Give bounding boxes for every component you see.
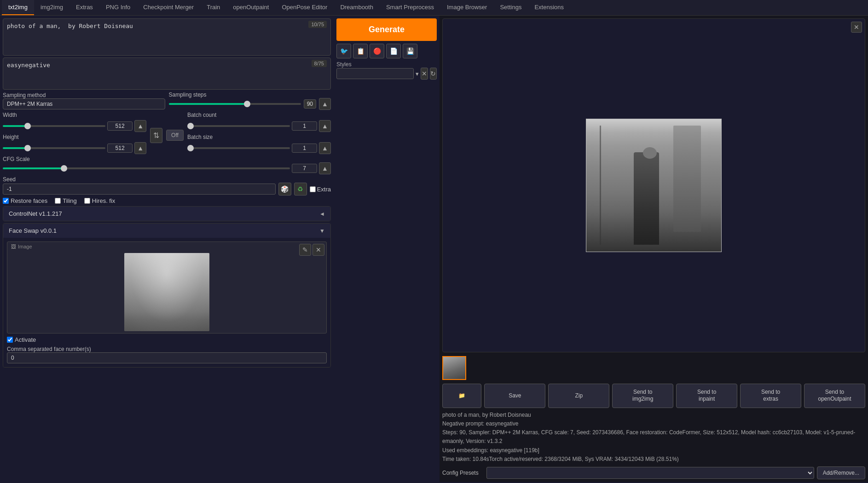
swap-wh-button[interactable]: ⇅ xyxy=(150,128,162,143)
batch-count-input[interactable]: 1 xyxy=(292,121,317,131)
config-presets-row: Config Presets Add/Remove... xyxy=(442,466,865,479)
comma-faces-section: Comma separated face number(s) 0 xyxy=(7,346,327,363)
add-remove-button[interactable]: Add/Remove... xyxy=(817,466,865,479)
activate-text: Activate xyxy=(15,336,36,343)
sampling-method-select[interactable]: DPM++ 2M Karras xyxy=(3,98,165,109)
batch-size-up[interactable]: ▲ xyxy=(319,142,331,154)
height-up[interactable]: ▲ xyxy=(134,142,146,154)
twitter-icon-btn[interactable]: 🐦 xyxy=(336,44,351,58)
send-inpaint-button[interactable]: Send toinpaint xyxy=(676,384,737,408)
styles-dropdown-icon[interactable]: ▾ xyxy=(416,70,419,77)
off-button[interactable]: Off xyxy=(166,130,184,141)
seed-recycle-button[interactable]: ♻ xyxy=(294,183,307,196)
face-swap-accordion-header[interactable]: Face Swap v0.0.1 ▼ xyxy=(3,224,330,238)
clipboard-icon-btn[interactable]: 📋 xyxy=(353,44,368,58)
seed-label: Seed xyxy=(3,176,331,183)
einstein-photo xyxy=(124,253,209,331)
cfg-scale-up[interactable]: ▲ xyxy=(319,162,331,174)
restore-faces-text: Restore faces xyxy=(11,197,47,204)
tiling-label[interactable]: Tiling xyxy=(55,197,77,204)
tab-img2img[interactable]: img2img xyxy=(34,0,69,15)
tab-png-info[interactable]: PNG Info xyxy=(99,0,137,15)
send-extras-button[interactable]: Send toextras xyxy=(740,384,801,408)
batch-size-slider[interactable] xyxy=(187,147,290,149)
comma-faces-input[interactable]: 0 xyxy=(7,352,327,363)
hires-fix-text: Hires. fix xyxy=(92,197,116,204)
tab-openpose-editor[interactable]: OpenPose Editor xyxy=(275,0,334,15)
restore-faces-checkbox[interactable] xyxy=(3,198,9,204)
comma-faces-label: Comma separated face number(s) xyxy=(7,346,327,352)
face-swap-edit-button[interactable]: ✎ xyxy=(299,244,311,256)
batch-count-up[interactable]: ▲ xyxy=(319,120,331,132)
tab-openoutpaint[interactable]: openOutpaint xyxy=(226,0,275,15)
activate-checkbox[interactable] xyxy=(7,337,13,343)
width-up[interactable]: ▲ xyxy=(134,120,146,132)
red-icon-btn[interactable]: 🔴 xyxy=(370,44,384,58)
face-swap-image-label: 🖼 Image xyxy=(7,242,326,251)
negative-prompt-area: easynegative 8/75 xyxy=(3,58,331,90)
folder-button[interactable]: 📁 xyxy=(442,384,481,408)
image-info-negative: Negative prompt: easynegative xyxy=(442,420,865,428)
activate-checkbox-label[interactable]: Activate xyxy=(7,336,327,343)
height-input[interactable]: 512 xyxy=(107,144,133,153)
sampling-steps-up[interactable]: ▲ xyxy=(319,98,331,110)
hires-fix-checkbox[interactable] xyxy=(84,198,90,204)
positive-prompt-input[interactable]: photo of a man, by Robert Doisneau xyxy=(3,19,330,54)
extra-checkbox[interactable] xyxy=(310,186,316,192)
sampling-steps-label: Sampling steps xyxy=(169,92,331,98)
tab-extensions[interactable]: Extensions xyxy=(528,0,570,15)
image-info-prompt: photo of a man, by Robert Doisneau xyxy=(442,411,865,420)
seed-row: -1 🎲 ♻ Extra xyxy=(3,183,331,196)
width-input[interactable]: 512 xyxy=(107,121,133,131)
zip-button[interactable]: Zip xyxy=(548,384,609,408)
controlnet-accordion: ControlNet v1.1.217 ◄ xyxy=(3,206,331,221)
thumbnail-0[interactable] xyxy=(442,356,466,380)
styles-refresh-btn[interactable]: ↻ xyxy=(430,68,437,80)
image-info-section: photo of a man, by Robert Doisneau Negat… xyxy=(442,411,865,464)
height-slider[interactable] xyxy=(3,147,105,149)
cfg-scale-label: CFG Scale xyxy=(3,156,331,162)
thumbnail-strip xyxy=(442,355,865,381)
cfg-scale-slider[interactable] xyxy=(3,167,290,169)
extra-checkbox-label[interactable]: Extra xyxy=(310,186,331,193)
generate-button[interactable]: Generate xyxy=(336,18,437,41)
tab-dreambooth[interactable]: Dreambooth xyxy=(334,0,380,15)
hires-fix-label[interactable]: Hires. fix xyxy=(84,197,116,204)
tab-txt2img[interactable]: txt2img xyxy=(2,0,34,15)
tab-train[interactable]: Train xyxy=(200,0,226,15)
config-presets-select[interactable] xyxy=(486,467,814,479)
image-display: ✕ xyxy=(442,18,865,352)
face-swap-content: 🖼 Image ✎ ✕ xyxy=(3,238,330,367)
styles-input-row: ▾ ✕ ↻ xyxy=(336,68,437,80)
tab-smart-preprocess[interactable]: Smart Preprocess xyxy=(380,0,440,15)
sampling-steps-value: 90 xyxy=(304,99,316,109)
send-img2img-button[interactable]: Send toimg2img xyxy=(612,384,673,408)
tab-checkpoint-merger[interactable]: Checkpoint Merger xyxy=(137,0,200,15)
send-openoutpaint-button[interactable]: Send toopenOutpaint xyxy=(804,384,865,408)
styles-clear-btn[interactable]: ✕ xyxy=(421,68,428,80)
cfg-scale-input[interactable]: 7 xyxy=(292,164,317,173)
save-image-button[interactable]: Save xyxy=(484,384,545,408)
doc-icon-btn[interactable]: 📄 xyxy=(386,44,401,58)
extra-label: Extra xyxy=(317,186,331,193)
cfg-scale-row: CFG Scale 7 ▲ xyxy=(3,156,331,174)
seed-input[interactable]: -1 xyxy=(3,184,276,195)
restore-faces-label[interactable]: Restore faces xyxy=(3,197,47,204)
tab-image-browser[interactable]: Image Browser xyxy=(440,0,493,15)
save-style-icon-btn[interactable]: 💾 xyxy=(403,44,417,58)
face-swap-accordion: Face Swap v0.0.1 ▼ 🖼 Image ✎ ✕ xyxy=(3,223,331,368)
image-close-button[interactable]: ✕ xyxy=(851,22,862,33)
negative-prompt-input[interactable]: easynegative xyxy=(3,58,330,88)
seed-dice-button[interactable]: 🎲 xyxy=(278,183,291,196)
batch-count-slider[interactable] xyxy=(187,125,290,127)
tab-extras[interactable]: Extras xyxy=(69,0,99,15)
tiling-checkbox[interactable] xyxy=(55,198,61,204)
controlnet-accordion-header[interactable]: ControlNet v1.1.217 ◄ xyxy=(3,207,330,221)
face-swap-close-button[interactable]: ✕ xyxy=(312,244,324,256)
seed-section: Seed -1 🎲 ♻ Extra xyxy=(3,176,331,196)
styles-input[interactable] xyxy=(336,68,414,79)
sampling-steps-slider[interactable] xyxy=(169,103,301,105)
batch-size-input[interactable]: 1 xyxy=(292,144,317,153)
tab-settings[interactable]: Settings xyxy=(493,0,528,15)
width-slider[interactable] xyxy=(3,125,105,127)
